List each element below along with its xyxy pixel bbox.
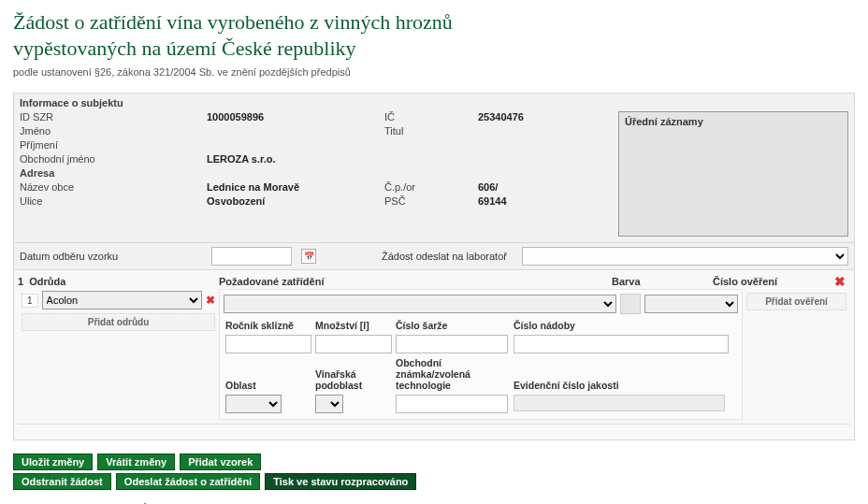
odruda-select[interactable]: Acolon [42, 291, 202, 310]
sarze-input[interactable] [396, 335, 508, 353]
sample-separator [18, 424, 850, 425]
laboratory-select[interactable] [522, 247, 848, 266]
col-oblast: Oblast [224, 355, 313, 393]
overeni-head: Číslo ověření [713, 276, 825, 287]
idszr-label: ID SZR [20, 111, 207, 122]
add-sample-button[interactable]: Přidat vzorek [180, 454, 261, 470]
obec-label: Název obce [20, 181, 207, 193]
adresa-label: Adresa [20, 167, 207, 179]
official-notes-box[interactable]: Úřední záznamy [618, 111, 848, 237]
col-nadoby: Číslo nádoby [512, 318, 738, 333]
cpor-label: Č.p./or [384, 181, 478, 193]
zatrideni-head: Požadované zatřídění [219, 276, 612, 287]
print-draft-button[interactable]: Tisk ve stavu rozpracováno [265, 473, 416, 490]
revert-button[interactable]: Vrátit změny [97, 454, 175, 470]
add-overeni-button[interactable]: Přidat ověření [746, 293, 846, 310]
ic-label: IČ [384, 111, 478, 122]
lab-label: Žádost odeslat na laboratoř [382, 251, 507, 262]
col-rocnik: Ročník sklizně [224, 318, 313, 333]
zatrideni-select[interactable] [224, 295, 616, 313]
remove-odruda-icon[interactable]: ✖ [206, 294, 215, 307]
col-sarze: Číslo šarže [394, 318, 512, 333]
oblast-select[interactable] [225, 395, 282, 413]
col-mnozstvi: Množství [l] [313, 318, 394, 333]
classification-row [224, 294, 738, 314]
ic-value: 25340476 [478, 111, 618, 122]
sample-block: 1 Odrůda Požadované zatřídění Barva Čísl… [13, 270, 855, 440]
zatrideni-info-box[interactable] [620, 294, 641, 314]
cpor-value: 606/ [478, 181, 618, 193]
fields-column: Ročník sklizně Množství [l] Číslo šarže … [219, 289, 743, 420]
barva-select[interactable] [644, 295, 738, 313]
add-odruda-button[interactable]: Přidat odrůdu [22, 313, 215, 331]
page-title: Žádost o zatřídění vína vyrobeného z vin… [13, 9, 855, 61]
subject-panel: Informace o subjektu ID SZR 1000059896 I… [13, 93, 855, 243]
send-request-button[interactable]: Odeslat žádost o zatřídění [116, 473, 260, 490]
date-lab-row: Datum odběru vzorku 📅 Žádost odeslat na … [13, 243, 855, 270]
nadoby-input[interactable] [514, 335, 729, 353]
official-notes-label: Úřední záznamy [625, 116, 703, 127]
prijmeni-label: Příjmení [20, 139, 207, 151]
obec-value: Lednice na Moravě [207, 181, 384, 193]
sample-header-row: 1 Odrůda Požadované zatřídění Barva Čísl… [18, 274, 850, 289]
titul-label: Titul [384, 125, 478, 137]
col-evid: Evidenční číslo jakosti [512, 355, 738, 393]
idszr-value: 1000059896 [207, 111, 384, 122]
datum-label: Datum odběru vzorku [20, 251, 202, 262]
obchjm-label: Obchodní jméno [20, 153, 207, 165]
barva-head: Barva [612, 276, 713, 287]
page-title-line2: vypěstovaných na území České republiky [13, 36, 356, 60]
podoblast-select[interactable] [315, 395, 343, 413]
evid-readonly [514, 395, 725, 411]
obchz-input[interactable] [396, 395, 508, 413]
col-obchz: Obchodní známka/zvolená technologie [394, 355, 512, 393]
subject-section-title: Informace o subjektu [20, 97, 848, 108]
page-title-line1: Žádost o zatřídění vína vyrobeného z vin… [13, 10, 453, 34]
fields-table: Ročník sklizně Množství [l] Číslo šarže … [224, 318, 738, 415]
remove-sample-icon[interactable]: ✖ [825, 274, 846, 289]
col-podoblast: Vinařská podoblast [313, 355, 394, 393]
psc-label: PSČ [384, 195, 478, 207]
datum-input[interactable] [211, 247, 292, 266]
rocnik-input[interactable] [225, 335, 311, 353]
delete-request-button[interactable]: Odstranit žádost [13, 473, 111, 490]
odruda-row: 1 Acolon ✖ [22, 291, 215, 310]
subject-grid: ID SZR 1000059896 IČ 25340476 Úřední záz… [20, 111, 848, 237]
sample-number: 1 [18, 276, 23, 287]
psc-value: 69144 [478, 195, 618, 207]
page-subtitle: podle ustanovení §26, zákona 321/2004 Sb… [13, 66, 855, 78]
obchjm-value: LEROZA s.r.o. [207, 153, 384, 165]
mnozstvi-input[interactable] [315, 335, 392, 353]
odruda-head: Odrůda [29, 276, 65, 287]
overeni-column: Přidat ověření [743, 289, 850, 420]
ulice-value: Osvobození [207, 195, 384, 207]
jmeno-label: Jméno [20, 125, 207, 137]
calendar-icon[interactable]: 📅 [301, 249, 316, 264]
save-button[interactable]: Uložit změny [13, 454, 93, 470]
odruda-row-number: 1 [22, 294, 38, 308]
button-bar: Uložit změny Vrátit změny Přidat vzorek … [13, 454, 855, 493]
odruda-column: 1 Acolon ✖ Přidat odrůdu [18, 289, 219, 420]
ulice-label: Ulice [20, 195, 207, 207]
